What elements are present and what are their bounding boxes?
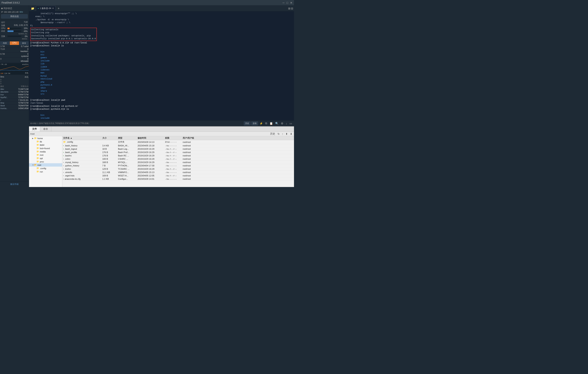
mem-progress-bar [8,30,21,32]
download-icon[interactable]: ↓ [285,122,288,125]
fm-row-bash-logout[interactable]: ▪.bash_logout 18 B Bash Log... 2019/10/2… [62,147,294,151]
disk-dev: /dev 711M/711M [0,88,29,91]
tree-label-home: home [37,137,43,140]
tab-command[interactable]: 命令 [19,41,29,45]
copy-icon[interactable]: ⧉ [264,122,268,125]
term-installing: Installing collected packages: setuptool… [31,34,96,37]
sys-info-button[interactable]: 系统信息 [1,14,28,18]
tree-opt[interactable]: 📁 opt [29,157,62,160]
term-line-1: install|*) ensurepip="" ;; \ [30,12,293,15]
fm-row-bash-history[interactable]: ▪.bash_history 3.4 KB BASH_HI... 2023/04… [62,144,294,147]
close-button[interactable]: ✕ [290,1,293,4]
net-interface[interactable]: ens33 ▾ [22,63,28,65]
fm-history-btn[interactable]: 历史 [270,132,276,136]
term-ls-local-output: bin etc games include lib lib64 libexec … [30,47,293,99]
tree-run[interactable]: 📁 run [29,170,62,173]
term-line-3: ./python -E -m ensurepip \ [30,18,293,21]
tab-close-button[interactable]: ✕ [52,7,54,10]
fm-col-header-perm[interactable]: 权限 [165,137,183,140]
maximize-button[interactable]: □ [286,1,288,4]
load-value: 0.81, 1.03, 0.73 [14,24,28,27]
tree-config[interactable]: 📁 .config [29,167,62,170]
tree-label-lib: lib [40,141,42,143]
fm-path: /root [30,133,268,135]
history-button[interactable]: 历史 [244,121,251,125]
minimize-button[interactable]: ─ [283,1,284,4]
proc-item-2: 8.7M 0 systemd [0,53,29,58]
tab-cpu[interactable]: CPU [10,41,19,45]
tab-memory[interactable]: 内存 [0,41,10,45]
fm-row-python-history[interactable]: ▪.python_history 7 B PYTHON... 2023/04/0… [62,164,294,167]
tree-label-media: media [40,151,46,153]
select-button[interactable]: 选项 [251,121,258,125]
fm-col-header-owner[interactable]: 用户/用户组 [183,137,293,140]
mem-pct: 43% [22,30,28,32]
proc-val-1: 0 kworker/... [21,48,28,52]
cpu-row: CPU 15% [1,27,28,30]
add-tab-button[interactable]: + [56,6,61,11]
fm-file-icon: ▪ [63,175,64,177]
tree-label-lost: lost+found [40,147,50,150]
process-tabs: 内存 CPU 命令 [0,41,29,45]
tab-bar: 📁 ● 1 服务器-04 ✕ + ⊞ ⊟ [29,5,294,11]
fm-tab-commands[interactable]: 命令 [40,127,51,132]
term-collect-pip: Collecting pip [31,31,96,34]
fm-row-mysql-history[interactable]: ▪.mysql_history 168 B MYSQL... 2019/10/2… [62,161,294,164]
paste-icon[interactable]: 📋 [269,122,274,125]
fm-file-icon: ▪ [63,165,64,167]
tree-mnt[interactable]: 📁 mnt [29,153,62,157]
fm-row-viminfo[interactable]: ▪.viminfo 11.1 KB VIMINFO... 2023/04/05 … [62,171,294,174]
proc-mem-1: 711K [0,48,5,52]
runtime-label: 运行 [1,21,5,24]
fm-files: 文件名 ▲ 大小 类型 修改时间 权限 用户/用户组 📁.config 文件夹 … [62,136,294,187]
disk-col-size: 可用/大小 [21,85,28,88]
folder-icon[interactable]: 📁 [30,6,35,11]
tree-arrow-root: ▼ [32,164,34,166]
mem-row: 内存 43% [1,30,28,33]
fm-file-icon: ▪ [63,148,64,150]
fm-download-icon[interactable]: ⬇ [290,132,293,135]
fm-tab-files[interactable]: 文件 [29,127,40,132]
disk-boot: /boot 782M/975M [0,104,29,107]
settings-icon[interactable]: ⚙ [280,122,284,125]
fm-row-cshrc[interactable]: ▪.cshrc 100 B CSHRC ... 2019/10/29 16:29… [62,157,294,161]
fm-row-bash-profile[interactable]: ▪.bash_profile 176 B Bash Prof... 2019/1… [62,151,294,154]
network-graph: ↑7K ↓1K ens33 ▾ 16K 11K 5K 本机 [0,63,29,75]
tree-media[interactable]: 📁 media [29,150,62,153]
fm-tabs: 文件 命令 [29,127,294,132]
expand-icon[interactable]: ⊟ [291,7,293,10]
term-cmd-ls-local: [root@localhost local]# ls [30,44,293,47]
disk-tmp: /tmp 727M/727M [0,102,29,104]
swap-detail: 8M/2G [1,38,28,40]
tree-lost-found[interactable]: 📁 lost+found [29,147,62,150]
fm-refresh-icon[interactable]: ↻ [277,132,280,135]
tree-home[interactable]: ▶ 📁 home [29,137,62,140]
fm-row-tcshrc[interactable]: ▪.tcshrc 129 B TCSHRC ... 2019/10/29 16:… [62,167,294,171]
maximize-term-icon[interactable]: ▭ [289,122,293,125]
fm-row-wget-hsts[interactable]: ▪.wget-hsts 169 B WGET-H... 2023/04/05 1… [62,174,294,177]
swap-progress-bar [8,35,21,37]
activate-button[interactable]: 激活/升级 [1,182,28,186]
tree-root[interactable]: ▼ 📂 root [29,163,62,167]
swap-pct: 0% [22,35,28,37]
search-icon[interactable]: 🔍 [274,122,279,125]
fm-col-header-type[interactable]: 类型 [118,137,137,140]
tree-proc[interactable]: 📁 proc [29,160,62,163]
fm-col-header-size[interactable]: 大小 [102,137,118,140]
fm-up-icon[interactable]: ↑ [282,132,284,135]
tree-lib[interactable]: 📁 lib [29,140,62,143]
tree-lib64[interactable]: 📁 lib64 [29,143,62,147]
fm-row-anaconda-ks[interactable]: ▪anaconda-ks.cfg 1.1 KB Configur... 2023… [62,177,294,181]
fm-col-header-mtime[interactable]: 修改时间 [137,137,165,140]
terminal[interactable]: install|*) ensurepip="" ;; \ esac; \ ./p… [29,11,294,120]
mem-label: 内存 [1,30,7,33]
lightning-icon[interactable]: ⚡ [259,122,264,125]
layout-icon[interactable]: ⊞ [288,7,291,10]
fm-row-config[interactable]: 📁.config 文件夹 2023/03/28 14:13 drwx------… [62,140,294,144]
fm-row-bashrc[interactable]: ▪.bashrc 176 B Bash RC ... 2019/10/29 16… [62,154,294,157]
fm-col-header-name[interactable]: 文件名 ▲ [63,137,102,140]
proc-item-3: 0 0 kthreadd [0,58,29,63]
fm-upload-icon[interactable]: ⬆ [285,132,288,135]
tab-server04[interactable]: ● 1 服务器-04 ✕ [36,6,56,11]
copy-ip-button[interactable]: 复制 [19,11,23,13]
